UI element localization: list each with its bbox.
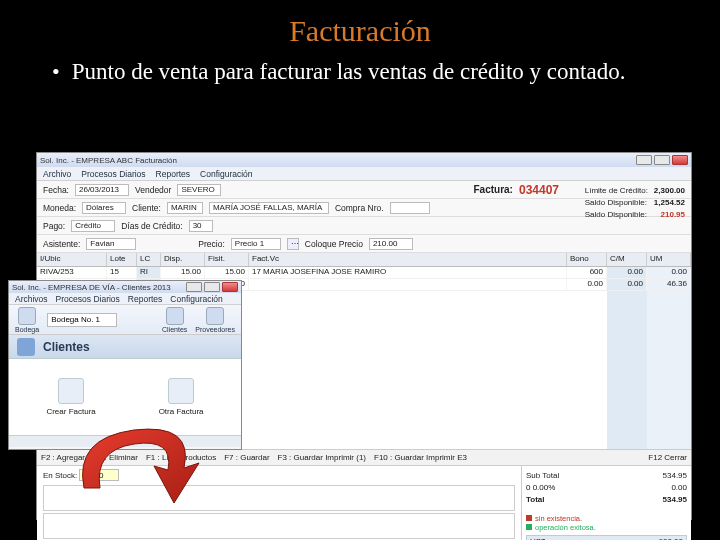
col-lote[interactable]: Lote [107, 253, 137, 266]
bodega-combo[interactable]: Bodega No. 1 [47, 313, 117, 327]
sub-toolbar: Bodega Bodega No. 1 Clientes Proveedores [9, 305, 241, 335]
fecha-label: Fecha: [43, 185, 69, 195]
cell[interactable]: RI [137, 267, 161, 278]
menu-reportes[interactable]: Reportes [156, 169, 191, 179]
sub-menu-procesos[interactable]: Procesos Diarios [56, 294, 120, 304]
pago-label: Pago: [43, 221, 65, 231]
dias-input[interactable]: 30 [189, 220, 213, 232]
f4-delete[interactable]: F4 : Eliminar [93, 453, 138, 462]
other-invoice-label: Otra Factura [159, 407, 204, 416]
col-cm[interactable]: C/M [607, 253, 647, 266]
grid-header: I/Ubic Lote LC Disp. Fisit. Fact.Vc Bono… [37, 253, 691, 267]
subtotal-label: Sub Total [526, 471, 559, 480]
bottom-left: En Stock: 16.00 [37, 466, 521, 540]
cliente-label: Cliente: [132, 203, 161, 213]
en-stock-label: En Stock: [43, 471, 77, 480]
col-ubic[interactable]: I/Ubic [37, 253, 107, 266]
sub-menu-archivos[interactable]: Archivos [15, 294, 48, 304]
minimize-button[interactable] [636, 155, 652, 165]
menu-archivo[interactable]: Archivo [43, 169, 71, 179]
pago-select[interactable]: Crédito [71, 220, 115, 232]
notes-box-2[interactable] [43, 513, 515, 539]
coloque-value: 210.00 [369, 238, 413, 250]
sub-menu-config[interactable]: Configuración [170, 294, 222, 304]
totals-block: Sub Total534.95 0 0.00%0.00 Total534.95 … [521, 466, 691, 540]
disponible-value: 1,254.52 [654, 197, 685, 209]
precio-select[interactable]: Precio 1 [231, 238, 281, 250]
clients-window: Sol. Inc. - EMPRESA DE VÍA - Clientes 20… [8, 280, 242, 450]
cell[interactable]: 15 [107, 267, 137, 278]
col-fisit[interactable]: Fisit. [205, 253, 249, 266]
cell[interactable]: 0.00 [567, 279, 607, 290]
cell[interactable]: 17 MARIA JOSEFINA JOSE RAMIRO [249, 267, 567, 278]
cell[interactable] [249, 279, 567, 290]
disponible-label: Saldo Disponible: [585, 197, 647, 209]
menu-procesos[interactable]: Procesos Diarios [81, 169, 145, 179]
notes-box[interactable] [43, 485, 515, 511]
sub-close-button[interactable] [222, 282, 238, 292]
f3-save-print[interactable]: F3 : Guardar Imprimir (1) [278, 453, 366, 462]
col-disp[interactable]: Disp. [161, 253, 205, 266]
legend-red-icon [526, 515, 532, 521]
f10-save-print-e3[interactable]: F10 : Guardar Imprimir E3 [374, 453, 467, 462]
close-button[interactable] [672, 155, 688, 165]
asistente-input[interactable]: Favian [86, 238, 136, 250]
f12-close[interactable]: F12 Cerrar [648, 453, 687, 462]
col-lc[interactable]: LC [137, 253, 161, 266]
bodega-selector[interactable]: Bodega [15, 307, 39, 333]
col-um[interactable]: UM [647, 253, 691, 266]
moneda-select[interactable]: Dólares [82, 202, 126, 214]
cell[interactable]: 600 [567, 267, 607, 278]
precio-lookup-button[interactable]: ⋯ [287, 238, 299, 250]
menu-config[interactable]: Configuración [200, 169, 252, 179]
asistente-label: Asistente: [43, 239, 80, 249]
proveedores-toolbar-button[interactable]: Proveedores [195, 307, 235, 333]
fecha-input[interactable]: 26/03/2013 [75, 184, 129, 196]
compra-input[interactable] [390, 202, 430, 214]
create-invoice-button[interactable]: Crear Factura [46, 378, 95, 416]
slide-title: Facturación [0, 0, 720, 54]
clientes-toolbar-button[interactable]: Clientes [162, 307, 187, 333]
warehouse-icon [18, 307, 36, 325]
cell[interactable]: 46.36 [647, 279, 691, 290]
sub-minimize-button[interactable] [186, 282, 202, 292]
table-row[interactable]: RIVA/253 15 RI 15.00 15.00 17 MARIA JOSE… [37, 267, 691, 279]
cell[interactable]: 0.00 [607, 279, 647, 290]
subtotal-value: 534.95 [663, 471, 687, 480]
bodega-label: Bodega [15, 326, 39, 333]
col-factvc[interactable]: Fact.Vc [249, 253, 567, 266]
maximize-button[interactable] [654, 155, 670, 165]
saldo-label: Saldo Disponible: [585, 209, 647, 221]
sub-maximize-button[interactable] [204, 282, 220, 292]
cliente-name: MARÍA JOSÉ FALLAS, MARÍA [209, 202, 329, 214]
bullet-text: Punto de venta para facturar las ventas … [72, 58, 626, 86]
f7-save[interactable]: F7 : Guardar [224, 453, 269, 462]
limite-label: Límite de Crédito: [585, 185, 648, 197]
desc-label: 0 0.00% [526, 483, 555, 492]
compra-label: Compra Nro. [335, 203, 384, 213]
sub-menu-reportes[interactable]: Reportes [128, 294, 163, 304]
document-alt-icon [168, 378, 194, 404]
cell[interactable]: 0.00 [647, 267, 691, 278]
sub-body: Crear Factura Otra Factura [9, 359, 241, 435]
f2-add[interactable]: F2 : Agregar [41, 453, 85, 462]
cell[interactable]: 15.00 [205, 267, 249, 278]
sub-window-title: Sol. Inc. - EMPRESA DE VÍA - Clientes 20… [12, 283, 171, 292]
cell[interactable]: RIVA/253 [37, 267, 107, 278]
legend-success: operación exitosa. [535, 523, 596, 532]
cell[interactable]: 15.00 [161, 267, 205, 278]
sub-menubar: Archivos Procesos Diarios Reportes Confi… [9, 293, 241, 305]
vendedor-input[interactable]: SEVERO [177, 184, 221, 196]
section-title: Clientes [43, 340, 90, 354]
dias-label: Días de Crédito: [121, 221, 182, 231]
header-row-4: Asistente: Favian Precio: Precio 1 ⋯ Col… [37, 235, 691, 253]
document-icon [58, 378, 84, 404]
cliente-code-input[interactable]: MARIN [167, 202, 203, 214]
total-label: Total [526, 495, 545, 504]
f1-list[interactable]: F1 : Lista productos [146, 453, 216, 462]
cell[interactable]: 0.00 [607, 267, 647, 278]
desc-value: 0.00 [671, 483, 687, 492]
coloque-label: Coloque Precio [305, 239, 363, 249]
other-invoice-button[interactable]: Otra Factura [159, 378, 204, 416]
col-bono[interactable]: Bono [567, 253, 607, 266]
